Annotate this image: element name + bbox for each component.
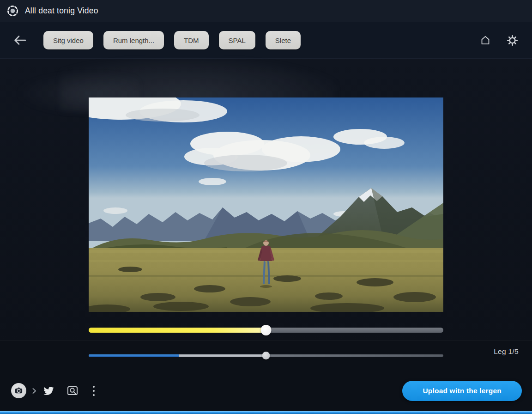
tdm-button[interactable]: TDM bbox=[174, 31, 209, 49]
upload-button[interactable]: Upload witn the lergen bbox=[402, 381, 522, 401]
rum-length-button[interactable]: Rum length... bbox=[103, 31, 164, 49]
camera-circle-icon[interactable] bbox=[11, 383, 26, 398]
bottom-bar: Upload witn the lergen bbox=[0, 370, 532, 412]
page-title: Alll deat tonig Video bbox=[25, 6, 98, 16]
toolbar-right-icons bbox=[479, 34, 518, 46]
gear-icon[interactable] bbox=[506, 34, 518, 46]
playback-progress-slider bbox=[89, 325, 443, 335]
bottom-accent-line bbox=[0, 411, 532, 414]
video-preview-frame[interactable] bbox=[89, 97, 443, 312]
seek-slider bbox=[89, 351, 443, 359]
progress-track[interactable] bbox=[89, 328, 443, 333]
twitter-bird-icon[interactable] bbox=[43, 386, 54, 396]
image-search-icon[interactable] bbox=[66, 385, 79, 396]
progress-fill bbox=[89, 328, 266, 333]
progress-thumb[interactable] bbox=[261, 325, 272, 335]
home-icon[interactable] bbox=[479, 34, 491, 46]
slete-button[interactable]: Slete bbox=[266, 31, 301, 49]
seek-buffer bbox=[179, 354, 266, 357]
seek-fill bbox=[89, 354, 179, 357]
capture-logo-icon bbox=[6, 5, 19, 17]
video-stage bbox=[0, 59, 532, 341]
back-button[interactable] bbox=[12, 32, 28, 48]
seek-section: Leg 1/5 bbox=[0, 341, 532, 370]
seek-thumb[interactable] bbox=[262, 352, 270, 359]
chevron-right-icon[interactable] bbox=[32, 388, 36, 394]
spal-button[interactable]: SPAL bbox=[219, 31, 255, 49]
toolbar-chip-row: Sitg video Rum length... TDM SPAL Slete bbox=[43, 31, 301, 49]
sitg-video-button[interactable]: Sitg video bbox=[43, 31, 93, 49]
toolbar: Sitg video Rum length... TDM SPAL Slete bbox=[0, 22, 532, 59]
top-bar: Alll deat tonig Video bbox=[0, 0, 532, 22]
app-window: Alll deat tonig Video Sitg video Rum len… bbox=[0, 0, 532, 414]
step-label: Leg 1/5 bbox=[494, 347, 519, 356]
kebab-menu-icon[interactable] bbox=[91, 385, 97, 397]
seek-track[interactable] bbox=[89, 354, 443, 357]
